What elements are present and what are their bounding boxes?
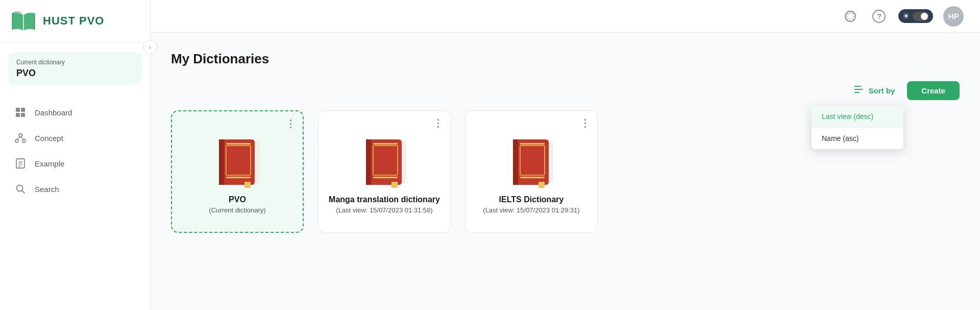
example-icon — [14, 157, 27, 170]
concept-icon — [14, 132, 27, 144]
sidebar-item-search[interactable]: Search — [6, 177, 144, 201]
svg-rect-2 — [16, 113, 20, 117]
svg-rect-24 — [226, 177, 251, 178]
book-image-pvo — [209, 132, 265, 188]
sort-label: Sort by — [869, 86, 895, 95]
svg-rect-29 — [520, 143, 545, 145]
dictionary-card-pvo[interactable]: ⋮ — [171, 110, 304, 233]
collapse-sidebar-button[interactable]: ‹ — [143, 40, 157, 54]
svg-rect-27 — [373, 177, 398, 178]
search-icon — [14, 183, 27, 195]
dict-title-pvo: PVO — [229, 195, 246, 204]
dict-title-manga: Manga translation dictionary — [329, 195, 440, 204]
svg-rect-0 — [16, 108, 20, 112]
dict-title-ielts: IELTS Dictionary — [499, 195, 564, 204]
sidebar-item-concept[interactable]: Concept — [6, 126, 144, 150]
dashboard-label: Dashboard — [35, 108, 72, 117]
svg-rect-25 — [226, 146, 251, 175]
svg-rect-9 — [16, 159, 24, 168]
content-area: My Dictionaries Sort by Create Last view… — [151, 33, 980, 310]
idea-icon-button[interactable]: + — [841, 7, 860, 26]
sort-icon — [854, 85, 865, 96]
svg-line-14 — [22, 190, 24, 193]
sort-button[interactable]: Sort by — [848, 81, 901, 100]
current-dict-label: Current dictionary — [16, 59, 134, 66]
sort-dropdown: Last view (desc) Name (asc) — [812, 106, 903, 149]
dict-subtitle-pvo: (Current dictionary) — [209, 206, 265, 214]
dark-mode-toggle[interactable]: ☀ — [898, 9, 933, 23]
svg-point-5 — [15, 139, 18, 142]
dashboard-icon — [14, 106, 27, 118]
svg-line-7 — [17, 137, 20, 139]
svg-point-6 — [22, 139, 26, 142]
svg-rect-3 — [21, 113, 25, 117]
toolbar: Sort by Create Last view (desc) Name (as… — [171, 81, 960, 100]
toggle-knob — [921, 13, 928, 20]
card-menu-pvo[interactable]: ⋮ — [285, 118, 296, 129]
svg-rect-28 — [373, 146, 398, 175]
logo-area: HUST PVO — [0, 0, 150, 42]
svg-rect-1 — [21, 108, 25, 112]
sidebar-item-example[interactable]: Example — [6, 151, 144, 176]
create-button[interactable]: Create — [907, 81, 960, 100]
search-label: Search — [35, 185, 59, 194]
svg-rect-30 — [520, 177, 545, 178]
svg-text:?: ? — [877, 12, 882, 20]
sort-option-name-asc[interactable]: Name (asc) — [812, 128, 903, 149]
avatar[interactable]: HP — [943, 6, 964, 27]
logo-icon — [10, 10, 37, 32]
svg-rect-26 — [373, 143, 398, 145]
dictionary-card-ielts[interactable]: ⋮ IELTS Dictionary (Last view: 15/07/202… — [465, 110, 598, 233]
svg-point-4 — [19, 134, 22, 137]
svg-rect-31 — [520, 146, 545, 175]
svg-line-8 — [20, 137, 24, 139]
current-dict-box: Current dictionary PVO — [8, 53, 142, 85]
dict-subtitle-manga: (Last view: 15/07/2023 01:31:58) — [336, 206, 432, 214]
toggle-switch — [913, 12, 929, 21]
help-icon-button[interactable]: ? — [870, 7, 888, 26]
book-image-ielts — [503, 132, 559, 188]
current-dict-name: PVO — [16, 68, 134, 79]
svg-rect-23 — [226, 143, 251, 145]
card-menu-ielts[interactable]: ⋮ — [580, 118, 590, 128]
sidebar-nav: Dashboard Concept — [0, 100, 150, 201]
dict-subtitle-ielts: (Last view: 15/07/2023 01:29:31) — [483, 206, 579, 214]
card-menu-manga[interactable]: ⋮ — [433, 118, 443, 128]
topbar: + ? ☀ HP — [151, 0, 980, 33]
example-label: Example — [35, 159, 64, 168]
sort-option-last-view-desc[interactable]: Last view (desc) — [812, 106, 903, 128]
concept-label: Concept — [35, 134, 63, 142]
dictionary-card-manga[interactable]: ⋮ Manga translation dictionary (Last vie… — [318, 110, 451, 233]
main-content: + ? ☀ HP My Dictionaries — [151, 0, 980, 310]
sidebar: HUST PVO Current dictionary PVO Dashboar… — [0, 0, 151, 310]
app-name: HUST PVO — [43, 14, 104, 28]
svg-text:+: + — [852, 11, 854, 15]
sun-icon: ☀ — [902, 11, 910, 21]
sidebar-item-dashboard[interactable]: Dashboard — [6, 100, 144, 125]
page-title: My Dictionaries — [171, 51, 960, 67]
book-image-manga — [356, 132, 412, 188]
